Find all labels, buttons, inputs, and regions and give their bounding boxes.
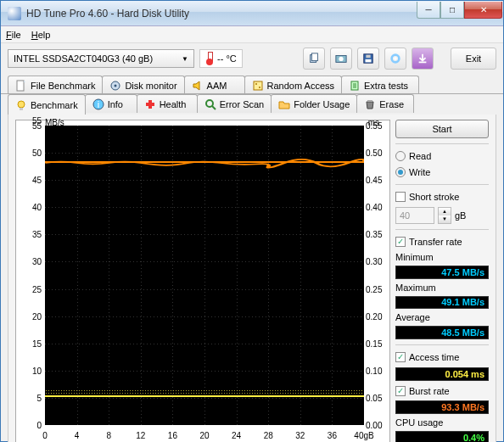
cpu-usage-label: CPU usage bbox=[395, 417, 489, 428]
dropdown-arrow-icon: ▼ bbox=[182, 55, 188, 63]
ytick-right: 0.15 bbox=[366, 338, 388, 348]
short-stroke-value: 40 bbox=[395, 207, 434, 224]
burst-rate-check[interactable]: ✓Burst rate bbox=[395, 384, 489, 398]
settings-button[interactable] bbox=[384, 48, 406, 70]
minimum-value: 47.5 MB/s bbox=[395, 266, 489, 279]
app-window: HD Tune Pro 4.60 - Hard Disk Utility ─ □… bbox=[0, 0, 504, 442]
svg-rect-9 bbox=[419, 62, 427, 64]
svg-text:i: i bbox=[97, 99, 98, 109]
ytick-right: 0.55 bbox=[366, 121, 388, 131]
folder-icon bbox=[278, 98, 290, 110]
ytick-left: 35 bbox=[18, 230, 42, 239]
ytick-right: 0.50 bbox=[366, 148, 388, 158]
radio-icon bbox=[395, 151, 406, 161]
tab-folder-usage[interactable]: Folder Usage bbox=[271, 94, 357, 113]
svg-point-14 bbox=[255, 83, 257, 85]
short-stroke-spinner[interactable]: ▲▼ bbox=[438, 207, 451, 224]
tab-error-scan[interactable]: Error Scan bbox=[197, 94, 272, 113]
tab-health[interactable]: Health bbox=[137, 94, 198, 113]
tab-aam[interactable]: AAM bbox=[184, 76, 245, 94]
monitor-icon bbox=[109, 80, 121, 92]
access-time-check[interactable]: ✓Access time bbox=[395, 350, 489, 364]
save-button[interactable] bbox=[357, 48, 379, 70]
xtick: 32 bbox=[295, 431, 305, 440]
start-button[interactable]: Start bbox=[395, 120, 489, 138]
xtick: 24 bbox=[232, 431, 241, 440]
tab-disk-monitor[interactable]: Disk monitor bbox=[102, 76, 184, 94]
ytick-right: 0.30 bbox=[366, 257, 388, 266]
ytick-left: 10 bbox=[18, 366, 42, 375]
menu-help[interactable]: Help bbox=[31, 30, 51, 40]
ytick-right: 0.20 bbox=[366, 311, 388, 321]
plot-area bbox=[45, 126, 364, 425]
ytick-left: 25 bbox=[18, 284, 42, 294]
transfer-rate-check[interactable]: ✓Transfer rate bbox=[395, 235, 489, 249]
xtick: 28 bbox=[264, 431, 273, 440]
tab-info[interactable]: iInfo bbox=[85, 94, 137, 113]
ytick-left: 40 bbox=[18, 203, 42, 212]
access-time-value: 0.054 ms bbox=[395, 367, 489, 381]
short-stroke-unit: gB bbox=[455, 210, 466, 221]
svg-point-17 bbox=[18, 101, 25, 108]
ytick-right: 0.45 bbox=[366, 176, 388, 185]
download-button[interactable] bbox=[412, 48, 434, 70]
titlebar[interactable]: HD Tune Pro 4.60 - Hard Disk Utility ─ □… bbox=[1, 1, 503, 26]
benchmark-chart: MB/s ms 55 bbox=[15, 120, 390, 442]
svg-point-12 bbox=[115, 84, 117, 87]
download-icon bbox=[417, 53, 428, 64]
access-time-trace bbox=[45, 395, 364, 397]
copy-button[interactable] bbox=[303, 48, 325, 70]
drive-select[interactable]: INTEL SSDSA2CT040G3 (40 gB) ▼ bbox=[8, 49, 194, 68]
maximize-button[interactable]: □ bbox=[440, 2, 464, 19]
write-radio[interactable]: Write bbox=[395, 165, 489, 179]
svg-point-23 bbox=[206, 100, 213, 107]
svg-rect-22 bbox=[146, 103, 154, 106]
floppy-icon bbox=[362, 53, 374, 64]
svg-point-8 bbox=[394, 57, 397, 60]
svg-point-15 bbox=[259, 87, 260, 88]
average-label: Average bbox=[395, 312, 489, 322]
screenshot-button[interactable] bbox=[330, 48, 352, 70]
svg-point-3 bbox=[339, 57, 343, 61]
tab-erase[interactable]: Erase bbox=[356, 94, 414, 113]
svg-rect-18 bbox=[20, 108, 23, 110]
tests-icon bbox=[349, 80, 361, 92]
short-stroke-check[interactable]: Short stroke bbox=[395, 190, 489, 204]
speaker-icon bbox=[192, 80, 204, 92]
temperature-value: -- °C bbox=[217, 53, 237, 64]
temperature-display: -- °C bbox=[199, 49, 243, 68]
file-icon bbox=[15, 80, 27, 92]
xtick: 4 bbox=[75, 431, 80, 440]
svg-rect-5 bbox=[366, 59, 372, 63]
copy-icon bbox=[308, 53, 320, 64]
exit-button[interactable]: Exit bbox=[451, 48, 496, 70]
ytick-right: 0.40 bbox=[366, 203, 388, 212]
xtick: 40gB bbox=[354, 431, 373, 440]
checkbox-icon: ✓ bbox=[395, 237, 406, 247]
content-area: MB/s ms 55 bbox=[8, 115, 496, 442]
close-button[interactable]: ✕ bbox=[464, 2, 502, 19]
svg-rect-24 bbox=[367, 100, 372, 102]
ytick-left: 30 bbox=[18, 257, 42, 266]
minimize-button[interactable]: ─ bbox=[417, 2, 440, 19]
read-radio[interactable]: Read bbox=[395, 149, 489, 163]
xtick: 12 bbox=[136, 431, 145, 440]
drive-select-text: INTEL SSDSA2CT040G3 (40 gB) bbox=[14, 53, 153, 64]
tab-random-access[interactable]: Random Access bbox=[244, 76, 342, 94]
xtick: 0 bbox=[42, 431, 48, 440]
tab-benchmark[interactable]: Benchmark bbox=[8, 94, 86, 115]
menubar: File Help bbox=[1, 26, 503, 43]
transfer-wiggle bbox=[45, 157, 364, 169]
average-value: 48.5 MB/s bbox=[395, 326, 489, 339]
ytick-left: 50 bbox=[18, 148, 42, 158]
menu-file[interactable]: File bbox=[6, 30, 21, 40]
info-icon: i bbox=[92, 98, 104, 110]
checkbox-icon bbox=[395, 192, 406, 202]
checkbox-icon: ✓ bbox=[395, 386, 406, 396]
ytick-right: 0.25 bbox=[366, 284, 388, 294]
xtick: 16 bbox=[168, 431, 177, 440]
ytick-left: 5 bbox=[18, 393, 42, 402]
tab-extra-tests[interactable]: Extra tests bbox=[341, 76, 419, 94]
thermometer-icon bbox=[205, 52, 214, 65]
tab-file-benchmark[interactable]: File Benchmark bbox=[8, 76, 103, 94]
